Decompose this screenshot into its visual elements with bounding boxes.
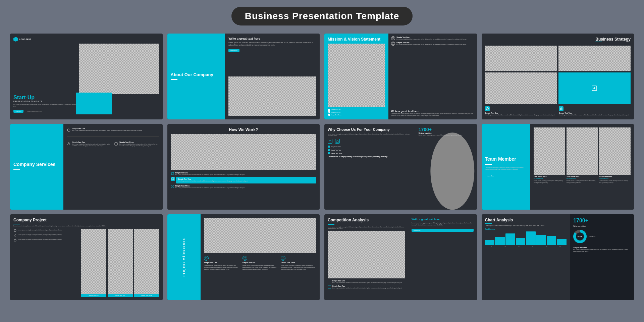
member3-img — [599, 127, 631, 175]
startup-website: your website name here — [28, 110, 42, 112]
svg-point-8 — [171, 172, 173, 174]
strat-icon1 — [485, 106, 490, 111]
mv-icon2 — [391, 42, 395, 46]
ca-item2-desc: It is a long established fact that a rea… — [332, 287, 402, 289]
proj-label3: Simple Text Three — [134, 294, 159, 297]
slide-chart: Chart Analysis Lorem ipsum has been the … — [482, 214, 634, 300]
member3-role: DESIGNATION — [599, 177, 631, 179]
startup-btn[interactable]: Visit More — [13, 110, 23, 113]
hw-title: How We Work? — [171, 127, 317, 132]
mv-check3: Simple Text Three — [331, 114, 341, 116]
ms1-title: Simple Text One — [204, 262, 217, 264]
ca-item1-desc: It is a long established fact that a rea… — [332, 282, 402, 284]
ms2-desc: Lorem ipsum to simply dummy text of the … — [243, 265, 278, 270]
svg-rect-9 — [172, 178, 174, 180]
svg-point-13 — [205, 257, 207, 259]
ca-write-desc: Lorem ipsum to simply dummy text of the … — [412, 222, 474, 226]
pm-title: Project Milestones — [182, 238, 185, 277]
logo-hex — [13, 37, 18, 42]
bar-5 — [536, 235, 546, 245]
startup-desc: It is a long established fact that a rea… — [13, 104, 77, 107]
about-learn-btn[interactable]: Learn More — [228, 49, 239, 52]
about-title: About Our Company — [171, 72, 222, 77]
svg-rect-7 — [115, 143, 117, 145]
service1-desc: It is a long established fact that a rea… — [72, 129, 142, 131]
about-image — [228, 76, 316, 116]
ms-icon2 — [243, 256, 247, 261]
bar-7 — [557, 239, 567, 245]
strat-title: Business Strategy — [595, 37, 631, 42]
hw-image — [171, 134, 317, 170]
step-icon2 — [171, 177, 175, 181]
cp-desc: Lorem ipsum is simply dummy text of the … — [13, 225, 159, 227]
cp-title: Company Project — [13, 218, 159, 222]
proj-img3: Simple Text Three — [134, 229, 159, 297]
ms3-desc: Lorem ipsum to simply dummy text of the … — [281, 265, 316, 270]
startup-main-image — [79, 44, 159, 94]
logo-text: LOGO TEXT — [19, 38, 31, 40]
slide-how-we-work: How We Work? Simple Text One It is a lon… — [167, 124, 320, 210]
member2-img — [567, 127, 598, 175]
wcu-icon1 — [328, 139, 332, 144]
service-icon3 — [114, 141, 118, 145]
chart-desc: Lorem ipsum has been the industry's stan… — [485, 224, 567, 227]
ca-learn-btn[interactable]: Learn More — [412, 229, 474, 232]
startup-cyan-accent — [76, 93, 112, 114]
step-icon1 — [171, 172, 174, 175]
svg-point-6 — [68, 143, 69, 144]
svg-rect-4 — [560, 108, 562, 110]
mv-check1: Simple Text One — [331, 109, 340, 110]
cp-item1-desc: Lorem ipsum to simply dummy text of the … — [18, 229, 62, 231]
svg-rect-14 — [244, 257, 246, 259]
svg-rect-12 — [14, 239, 16, 241]
member2-role: DESIGNATION — [567, 177, 598, 179]
chart-item-desc: It is a long established fact that a rea… — [573, 249, 631, 252]
cs-title: Company Services — [13, 162, 60, 167]
strat-item1-desc: It is a long established fact that a rea… — [485, 114, 557, 116]
svg-point-11 — [15, 236, 15, 237]
slide-team: Team Member Lorem ipsum is simply dummy … — [482, 124, 634, 210]
service3-desc: It is a long established fact that a rea… — [119, 143, 159, 147]
strat-img2 — [558, 46, 631, 71]
wcu-stat-desc: Lorem ipsum is simply dummy text of the … — [419, 134, 463, 136]
ca-desc: Lorem ipsum to simply dummy text of the … — [328, 226, 405, 230]
svg-rect-1 — [392, 43, 394, 45]
wcu-check3: Simple Text Three — [331, 153, 342, 154]
chart-total-income: Total Income — [485, 228, 567, 230]
bar-label-4: 40 — [540, 246, 553, 248]
svg-point-5 — [67, 129, 70, 131]
step1-desc: It is a long established fact that a rea… — [175, 174, 246, 176]
wcu-check1: Simple Text One — [331, 146, 341, 148]
step3-desc: It is a long established fact that a rea… — [175, 187, 246, 189]
slide-services: Company Services Simple Text One It is a… — [10, 124, 163, 210]
team-learn-btn[interactable]: Learn More — [485, 174, 527, 177]
about-write-title: Write a great text here — [228, 37, 316, 40]
ca-title: Competition Analysis — [328, 218, 405, 222]
bar-label-5: 50 — [553, 246, 567, 248]
chart-stat-label: Write a great text. — [573, 225, 631, 227]
wcu-check2: Simple Text Two — [331, 149, 341, 151]
bar-label-3: 30 — [526, 246, 539, 248]
slide-about: About Our Company Write a great text her… — [167, 34, 320, 119]
svg-point-0 — [392, 37, 394, 38]
ca-icon1 — [328, 280, 331, 283]
wcu-desc: Lorem ipsum to simply dummy text of the … — [328, 133, 413, 137]
wcu-stat-num: 1700+ — [419, 127, 463, 132]
slides-grid: LOGO TEXT Start-Up PRESENTATION TEMPLATE… — [10, 34, 634, 300]
startup-subtitle: PRESENTATION TEMPLATE — [13, 100, 77, 102]
mv-icon1 — [391, 36, 395, 40]
slide-project: Company Project Lorem ipsum is simply du… — [10, 214, 163, 300]
person-silhouette — [428, 132, 477, 210]
slide-why-choose: Why Choose Us For Your Company Lorem ips… — [324, 124, 477, 210]
slide-competition: Competition Analysis Lorem ipsum to simp… — [324, 214, 477, 300]
chart-title: Chart Analysis — [485, 218, 567, 222]
ca-icon2 — [328, 285, 331, 288]
bar-2 — [505, 233, 515, 245]
wcu-italic: Lorem ipsum is simply dummy text of the … — [328, 156, 413, 158]
service-icon2 — [67, 141, 71, 145]
mv-write-desc: Lorem ipsum to simply dummy text of the … — [391, 113, 474, 116]
ms-icon3 — [281, 256, 285, 261]
ca-image — [328, 231, 405, 278]
service2-desc: It is a long established fact that a rea… — [72, 143, 112, 147]
wcu-icon2 — [335, 139, 340, 144]
